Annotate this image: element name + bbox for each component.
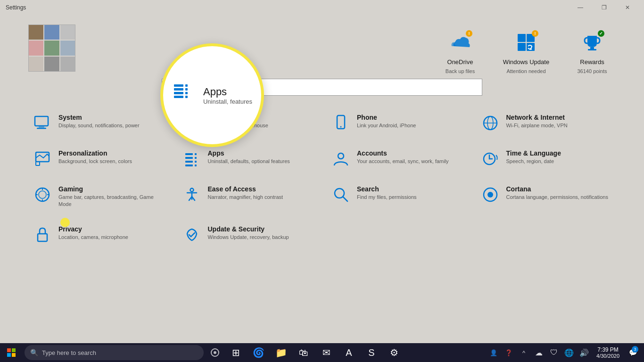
apps-text: Apps Uninstall, defaults, optional featu… bbox=[208, 149, 290, 165]
settings-item-gaming[interactable]: Gaming Game bar, captures, broadcasting,… bbox=[24, 177, 173, 217]
svg-rect-5 bbox=[588, 49, 596, 50]
svg-rect-25 bbox=[195, 161, 197, 163]
quick-item-onedrive[interactable]: ! OneDrive Back up files bbox=[437, 29, 484, 74]
volume-icon[interactable]: 🔊 bbox=[578, 343, 591, 362]
taskbar-app-file-explorer[interactable]: 📁 bbox=[270, 343, 292, 362]
svg-rect-38 bbox=[174, 88, 183, 90]
chevron-up-icon[interactable]: ^ bbox=[517, 343, 530, 362]
quick-item-rewards[interactable]: ✓ Rewards 36140 points bbox=[569, 29, 616, 74]
windows-update-title: Windows Update bbox=[503, 58, 549, 66]
svg-rect-24 bbox=[195, 157, 197, 159]
settings-item-network[interactable]: Network & Internet Wi-Fi, airplane mode,… bbox=[471, 105, 621, 141]
accounts-title: Accounts bbox=[357, 149, 449, 157]
minimize-button[interactable]: — bbox=[570, 0, 591, 15]
window-title: Settings bbox=[6, 4, 26, 11]
ease-of-access-icon bbox=[182, 185, 201, 204]
time-language-title: Time & Language bbox=[506, 149, 561, 157]
svg-rect-44 bbox=[185, 96, 188, 98]
search-title: Search bbox=[357, 185, 417, 193]
taskbar-app-amazon[interactable]: A bbox=[338, 343, 360, 362]
update-security-desc: Windows Update, recovery, backup bbox=[208, 234, 289, 241]
cloud-icon[interactable]: ☁ bbox=[532, 343, 545, 362]
privacy-icon bbox=[33, 225, 52, 244]
network-text: Network & Internet Wi-Fi, airplane mode,… bbox=[506, 114, 568, 129]
quick-item-windows-update[interactable]: ! Windows Update Attention needed bbox=[503, 29, 550, 74]
svg-rect-39 bbox=[174, 92, 183, 94]
taskbar-app-edge[interactable]: 🌀 bbox=[247, 343, 270, 362]
svg-rect-46 bbox=[12, 348, 16, 352]
apps-desc: Uninstall, defaults, optional features bbox=[208, 158, 290, 165]
close-button[interactable]: ✕ bbox=[617, 0, 638, 15]
magnify-dot bbox=[60, 218, 70, 227]
personalization-text: Personalization Background, lock screen,… bbox=[58, 149, 132, 165]
taskbar-app-amazon2[interactable]: S bbox=[360, 343, 383, 362]
ease-of-access-desc: Narrator, magnifier, high contrast bbox=[208, 194, 283, 201]
settings-item-accounts[interactable]: Accounts Your accounts, email, sync, wor… bbox=[322, 141, 471, 177]
gaming-title: Gaming bbox=[58, 185, 164, 193]
clock[interactable]: 7:39 PM 4/30/2020 bbox=[593, 346, 623, 359]
apps-magnify-icon bbox=[172, 81, 197, 110]
svg-line-33 bbox=[343, 197, 347, 201]
phone-title: Phone bbox=[357, 114, 416, 121]
personalization-title: Personalization bbox=[58, 149, 132, 157]
network-icon[interactable]: 🌐 bbox=[562, 343, 576, 362]
people-icon[interactable]: 👤 bbox=[487, 343, 500, 362]
settings-item-apps[interactable]: Apps Uninstall, defaults, optional featu… bbox=[173, 141, 322, 177]
personalization-desc: Background, lock screen, colors bbox=[58, 158, 132, 165]
network-desc: Wi-Fi, airplane mode, VPN bbox=[506, 122, 568, 129]
svg-rect-48 bbox=[12, 353, 16, 357]
svg-rect-43 bbox=[185, 92, 188, 94]
taskbar-app-mail[interactable]: ✉ bbox=[315, 343, 338, 362]
taskbar-apps: ⊞🌀📁🛍✉AS⚙ bbox=[224, 343, 405, 362]
search-section: 🔍 bbox=[28, 79, 616, 96]
svg-point-50 bbox=[214, 351, 216, 354]
update-security-icon bbox=[182, 225, 201, 244]
svg-rect-45 bbox=[7, 348, 11, 352]
svg-point-13 bbox=[340, 126, 342, 128]
onedrive-subtitle: Back up files bbox=[446, 68, 475, 74]
settings-item-update-security[interactable]: Update & Security Windows Update, recove… bbox=[173, 217, 322, 253]
clock-date: 4/30/2020 bbox=[596, 353, 619, 359]
search-icon bbox=[331, 185, 350, 204]
quick-actions: ! OneDrive Back up files bbox=[437, 29, 616, 74]
notification-badge: 3 bbox=[632, 346, 638, 353]
profile-avatar[interactable] bbox=[28, 25, 75, 72]
taskbar-app-task-view[interactable]: ⊞ bbox=[224, 343, 247, 362]
time-language-icon bbox=[481, 149, 500, 168]
notification-center[interactable]: 💬 3 bbox=[625, 343, 640, 362]
help-icon[interactable]: ❓ bbox=[502, 343, 515, 362]
personalization-icon bbox=[33, 149, 52, 168]
svg-point-31 bbox=[190, 189, 193, 192]
settings-item-cortana[interactable]: Cortana Cortana language, permissions, n… bbox=[471, 177, 621, 217]
time-language-text: Time & Language Speech, region, date bbox=[506, 149, 561, 165]
settings-item-privacy[interactable]: Privacy Location, camera, microphone bbox=[24, 217, 173, 253]
settings-item-search[interactable]: Search Find my files, permissions bbox=[322, 177, 471, 217]
gaming-icon bbox=[33, 185, 52, 204]
settings-item-ease-of-access[interactable]: Ease of Access Narrator, magnifier, high… bbox=[173, 177, 322, 217]
settings-item-time-language[interactable]: Time & Language Speech, region, date bbox=[471, 141, 621, 177]
maximize-button[interactable]: ❐ bbox=[593, 0, 615, 15]
settings-grid: System Display, sound, notifications, po… bbox=[19, 105, 625, 253]
svg-rect-40 bbox=[174, 96, 183, 98]
start-button[interactable] bbox=[0, 343, 23, 362]
taskbar-app-settings[interactable]: ⚙ bbox=[383, 343, 405, 362]
cortana-icon bbox=[481, 185, 500, 204]
shield-icon[interactable]: 🛡 bbox=[547, 343, 561, 362]
settings-item-phone[interactable]: Phone Link your Android, iPhone bbox=[322, 105, 471, 141]
cortana-desc: Cortana language, permissions, notificat… bbox=[506, 194, 608, 201]
cortana-button[interactable] bbox=[206, 343, 224, 362]
clock-time: 7:39 PM bbox=[597, 346, 619, 353]
windows-update-icon-wrap: ! bbox=[513, 29, 539, 56]
svg-rect-7 bbox=[39, 126, 44, 128]
privacy-title: Privacy bbox=[58, 225, 128, 233]
svg-rect-2 bbox=[518, 43, 526, 51]
taskbar-app-microsoft-store[interactable]: 🛍 bbox=[292, 343, 315, 362]
taskbar-search[interactable]: 🔍 Type here to search bbox=[25, 345, 204, 360]
svg-rect-47 bbox=[7, 353, 11, 357]
settings-item-system[interactable]: System Display, sound, notifications, po… bbox=[24, 105, 173, 141]
gaming-text: Gaming Game bar, captures, broadcasting,… bbox=[58, 185, 164, 208]
window-controls: — ❐ ✕ bbox=[570, 0, 638, 15]
settings-main: ! OneDrive Back up files bbox=[0, 15, 644, 343]
settings-item-personalization[interactable]: Personalization Background, lock screen,… bbox=[24, 141, 173, 177]
svg-rect-8 bbox=[37, 128, 46, 129]
